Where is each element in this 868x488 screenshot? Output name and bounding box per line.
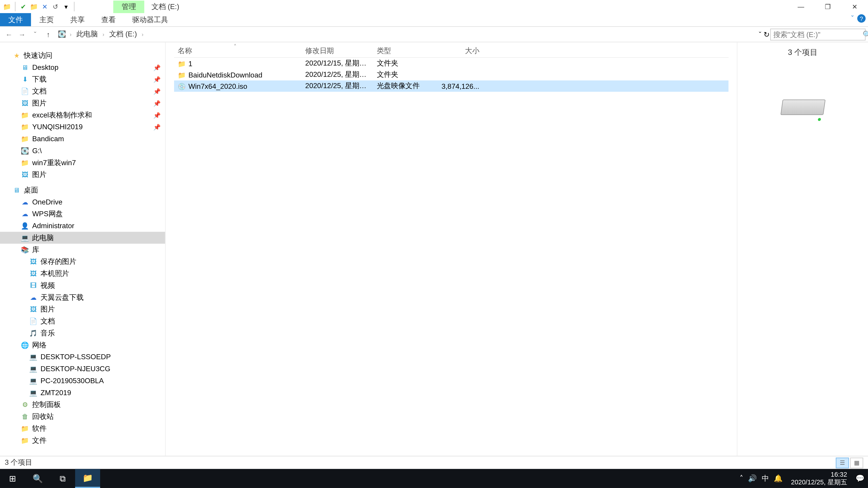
ribbon-collapse-icon[interactable]: ˇ: [851, 14, 854, 23]
sidebar-item[interactable]: 🖥Desktop📌: [0, 61, 165, 73]
sidebar-item[interactable]: 📁YUNQISHI2019📌: [0, 121, 165, 133]
sidebar-item[interactable]: ☁天翼云盘下载: [0, 291, 165, 303]
breadcrumb-item-this-pc[interactable]: 此电脑: [74, 28, 100, 40]
sidebar-item[interactable]: 🖼图片: [0, 303, 165, 315]
sidebar-item[interactable]: 🖼保存的图片: [0, 256, 165, 267]
sidebar-item[interactable]: 📚库: [0, 244, 165, 256]
column-header-name[interactable]: 名称: [174, 46, 305, 56]
breadcrumb-sep-icon[interactable]: ›: [141, 31, 145, 37]
nav-up-button[interactable]: ↑: [42, 30, 55, 38]
sidebar-item-files[interactable]: 📁 文件: [0, 434, 165, 447]
ribbon-tab-home[interactable]: 主页: [31, 13, 62, 26]
sidebar-label: 下载: [32, 74, 46, 84]
item-icon: 🖼: [29, 304, 38, 314]
file-list-area[interactable]: ˄ 名称 修改日期 类型 大小 📁12020/12/15, 星期二 1...文件…: [166, 42, 737, 456]
file-row[interactable]: 📁BaiduNetdiskDownload2020/12/25, 星期五 1..…: [174, 69, 728, 80]
view-details-button[interactable]: ☰: [836, 457, 849, 468]
sidebar-item[interactable]: 💻PC-20190530OBLA: [0, 375, 165, 387]
column-header-date[interactable]: 修改日期: [305, 46, 377, 56]
file-row[interactable]: 💿Win7x64_2020.iso2020/12/25, 星期五 1...光盘映…: [174, 80, 728, 92]
qat-properties-icon[interactable]: ✔: [19, 2, 28, 11]
quick-access-toolbar: 📁 ✔ 📁 ✕ ↺ ▾: [0, 2, 76, 11]
sidebar-item[interactable]: 💽G:\: [0, 145, 165, 157]
sidebar-item[interactable]: ⬇下载📌: [0, 73, 165, 85]
sidebar-item[interactable]: 🖼图片: [0, 168, 165, 181]
sidebar-item[interactable]: 🖼图片📌: [0, 97, 165, 109]
close-button[interactable]: ✕: [841, 0, 868, 13]
sidebar-label: 控制面板: [32, 399, 61, 410]
nav-forward-button[interactable]: →: [16, 30, 29, 38]
qat-new-folder-icon[interactable]: 📁: [29, 2, 39, 11]
search-icon[interactable]: 🔍: [863, 30, 868, 38]
minimize-button[interactable]: —: [787, 0, 814, 13]
tray-overflow-icon[interactable]: ˄: [740, 474, 743, 483]
ribbon-tab-view[interactable]: 查看: [93, 13, 124, 26]
volume-icon[interactable]: 🔊: [748, 474, 757, 483]
taskbar-search-button[interactable]: 🔍: [25, 469, 50, 488]
sidebar-item[interactable]: 💻此电脑: [0, 232, 165, 244]
sidebar-item[interactable]: 🖼本机照片: [0, 267, 165, 280]
refresh-icon[interactable]: ↻: [764, 30, 770, 38]
ribbon-tab-share[interactable]: 共享: [62, 13, 93, 26]
folder-icon: 📁: [20, 435, 30, 445]
sidebar-item-software[interactable]: 📁 软件: [0, 422, 165, 434]
sidebar-item[interactable]: 🎞视频: [0, 280, 165, 291]
column-header-type[interactable]: 类型: [377, 46, 436, 56]
taskbar-explorer-button[interactable]: 📁: [75, 469, 100, 488]
view-large-icons-button[interactable]: ▦: [850, 457, 863, 468]
navigation-pane[interactable]: ★ 快速访问 🖥Desktop📌⬇下载📌📄文档📌🖼图片📌📁excel表格制作求和…: [0, 42, 166, 456]
sidebar-label: 音乐: [40, 328, 55, 338]
sidebar-item[interactable]: 📁Bandicam: [0, 133, 165, 145]
file-row[interactable]: 📁12020/12/15, 星期二 1...文件夹: [174, 58, 728, 69]
sidebar-item[interactable]: 📄文档📌: [0, 85, 165, 97]
nav-history-dropdown[interactable]: ˇ: [29, 30, 42, 38]
taskbar-clock[interactable]: 16:32 2020/12/25, 星期五: [787, 469, 850, 487]
breadcrumb-sep-icon[interactable]: ›: [101, 31, 105, 37]
sidebar-item-control-panel[interactable]: ⚙ 控制面板: [0, 398, 165, 411]
ribbon-tab-drive-tools[interactable]: 驱动器工具: [124, 13, 177, 26]
breadcrumb-drive-icon: 💽: [58, 31, 67, 38]
tray-app-icon[interactable]: 🔔: [774, 474, 783, 483]
computer-icon: 💻: [29, 364, 38, 373]
ribbon-context-tab-manage[interactable]: 管理: [113, 0, 144, 13]
breadcrumb[interactable]: 💽 › 此电脑 › 文档 (E:) › ˇ ↻: [55, 27, 770, 41]
sidebar-label: Bandicam: [32, 135, 64, 143]
breadcrumb-sep-icon[interactable]: ›: [68, 31, 72, 37]
sidebar-item-network[interactable]: 🌐 网络: [0, 339, 165, 351]
sidebar-item[interactable]: 🎵音乐: [0, 327, 165, 339]
task-view-button[interactable]: ⧉: [50, 469, 75, 488]
sidebar-item[interactable]: 📄文档: [0, 315, 165, 327]
sidebar-item-recycle-bin[interactable]: 🗑 回收站: [0, 411, 165, 422]
qat-undo-icon[interactable]: ↺: [51, 2, 60, 11]
sidebar-item[interactable]: 💻ZMT2019: [0, 387, 165, 399]
item-icon: 💻: [20, 233, 30, 242]
sidebar-desktop[interactable]: 🖥 桌面: [0, 184, 165, 196]
sidebar-item[interactable]: 📁excel表格制作求和📌: [0, 109, 165, 121]
breadcrumb-history-dropdown-icon[interactable]: ˇ: [759, 30, 761, 38]
start-button[interactable]: ⊞: [0, 469, 25, 488]
ime-icon[interactable]: 中: [762, 473, 769, 484]
nav-back-button[interactable]: ←: [2, 30, 16, 38]
sidebar-item[interactable]: ☁OneDrive: [0, 196, 165, 208]
column-header-size[interactable]: 大小: [436, 46, 484, 56]
file-name: 1: [188, 59, 192, 68]
ribbon-tab-file[interactable]: 文件: [0, 13, 31, 26]
item-icon: 🖼: [20, 98, 30, 108]
sidebar-item[interactable]: 📁win7重装win7: [0, 157, 165, 169]
maximize-button[interactable]: ❐: [814, 0, 841, 13]
sidebar-item[interactable]: 💻DESKTOP-LSSOEDP: [0, 351, 165, 363]
search-box[interactable]: 🔍: [770, 28, 866, 40]
sidebar-item[interactable]: ☁WPS网盘: [0, 208, 165, 220]
sidebar-label: 库: [32, 245, 39, 255]
search-input[interactable]: [773, 30, 863, 38]
sidebar-item[interactable]: 👤Administrator: [0, 220, 165, 232]
breadcrumb-item-drive-e[interactable]: 文档 (E:): [107, 28, 139, 40]
action-center-icon[interactable]: 💬: [856, 474, 865, 483]
sidebar-quick-access[interactable]: ★ 快速访问: [0, 50, 165, 61]
help-icon[interactable]: ?: [857, 14, 866, 23]
sidebar-label: 网络: [32, 340, 46, 350]
qat-customize-dropdown-icon[interactable]: ▾: [61, 2, 71, 11]
computer-icon: 💻: [29, 352, 38, 362]
sidebar-item[interactable]: 💻DESKTOP-NJEU3CG: [0, 363, 165, 375]
qat-delete-icon[interactable]: ✕: [40, 2, 50, 11]
